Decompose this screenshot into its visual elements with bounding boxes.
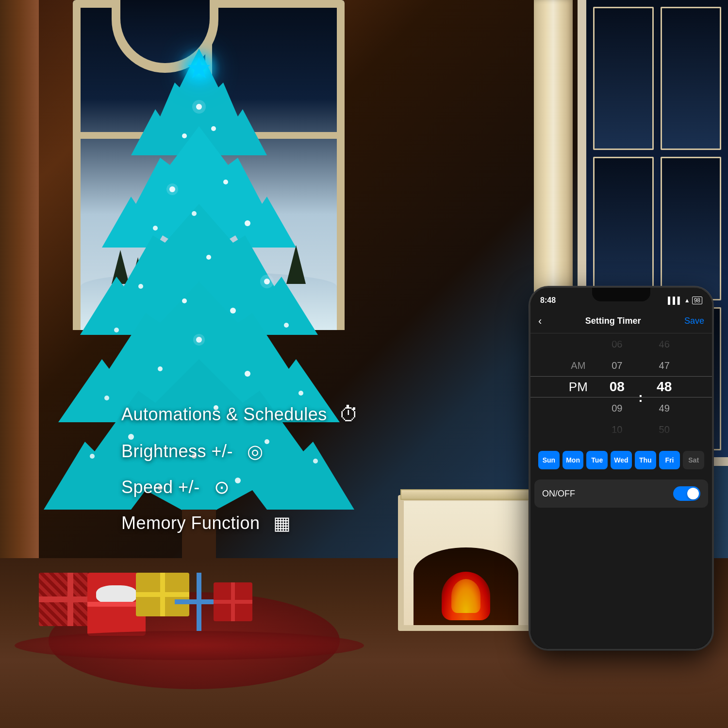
- feature-memory-text: Memory Function: [121, 513, 260, 533]
- ampm-empty2: [559, 397, 597, 419]
- feature-brightness: Brightness +/- ◎: [121, 441, 361, 462]
- feature-speed-text: Speed +/-: [121, 477, 200, 497]
- day-tue[interactable]: Tue: [586, 451, 608, 469]
- save-button[interactable]: Save: [684, 316, 704, 326]
- day-selector: Sun Mon Tue Wed Thu Fri Sat: [530, 443, 712, 477]
- svg-point-14: [206, 255, 211, 260]
- phone-mockup: 8:48 ▌▌▌ ▲ 98 ‹ Setting Timer Save: [529, 286, 713, 650]
- feature-automations-icon: ⏱: [337, 403, 361, 426]
- svg-point-37: [193, 334, 205, 346]
- min-48[interactable]: 48: [645, 376, 684, 397]
- svg-point-7: [182, 133, 187, 138]
- phone-screen: 8:48 ▌▌▌ ▲ 98 ‹ Setting Timer Save: [530, 288, 712, 649]
- svg-point-18: [230, 308, 236, 314]
- feature-memory-icon: ▦: [270, 513, 294, 534]
- feature-brightness-icon: ◎: [243, 441, 267, 462]
- svg-point-25: [298, 391, 303, 396]
- background-scene: ★: [0, 0, 728, 728]
- status-icons: ▌▌▌ ▲ 98: [668, 297, 702, 304]
- toggle-label: ON/OFF: [542, 489, 575, 499]
- tree-star: ★: [180, 49, 218, 87]
- svg-point-19: [114, 328, 119, 332]
- svg-point-36: [260, 275, 274, 288]
- wifi-icon: ▲: [684, 297, 690, 304]
- svg-point-31: [90, 454, 95, 459]
- timer-picker[interactable]: AM PM 06 07 08 09 10 11: [530, 333, 712, 440]
- time-separator: :: [636, 390, 645, 405]
- svg-point-17: [182, 298, 187, 303]
- ampm-empty3: [559, 419, 597, 440]
- min-46[interactable]: 46: [645, 333, 684, 355]
- hours-column[interactable]: 06 07 08 09 10 11: [597, 333, 636, 440]
- hour-10[interactable]: 10: [597, 419, 636, 440]
- ampm-am[interactable]: AM: [559, 355, 597, 376]
- day-sun[interactable]: Sun: [538, 451, 560, 469]
- day-buttons: Sun Mon Tue Wed Thu Fri Sat: [538, 451, 704, 469]
- status-time: 8:48: [540, 296, 556, 305]
- fire: [442, 572, 490, 620]
- phone-frame: 8:48 ▌▌▌ ▲ 98 ‹ Setting Timer Save: [529, 286, 713, 650]
- toggle-knob: [687, 488, 699, 499]
- fireplace: [398, 495, 534, 631]
- star-shape: ★: [186, 51, 212, 85]
- fireplace-opening: [414, 547, 518, 625]
- svg-point-10: [223, 180, 228, 184]
- svg-point-34: [192, 100, 206, 114]
- minutes-column[interactable]: 46 47 48 49 50 51: [645, 333, 684, 440]
- gifts-container: [24, 524, 354, 645]
- feature-automations-text: Automations & Schedules: [121, 404, 327, 425]
- day-mon[interactable]: Mon: [563, 451, 584, 469]
- battery-icon: 98: [692, 297, 702, 304]
- ampm-column[interactable]: AM PM: [559, 333, 597, 440]
- hour-07[interactable]: 07: [597, 355, 636, 376]
- gift-5: [214, 582, 252, 621]
- ampm-pm[interactable]: PM: [559, 376, 597, 397]
- feature-brightness-text: Brightness +/-: [121, 441, 233, 462]
- phone-notch: [592, 288, 650, 301]
- toggle-section: ON/OFF: [534, 480, 708, 508]
- back-button[interactable]: ‹: [538, 315, 542, 328]
- feature-speed-icon: ⊙: [210, 477, 234, 498]
- svg-point-20: [284, 323, 289, 328]
- svg-point-8: [211, 126, 216, 131]
- header-title: Setting Timer: [585, 316, 641, 326]
- svg-point-16: [138, 284, 143, 289]
- min-47[interactable]: 47: [645, 355, 684, 376]
- day-thu[interactable]: Thu: [635, 451, 656, 469]
- svg-point-22: [158, 366, 163, 371]
- feature-memory: Memory Function ▦: [121, 513, 361, 534]
- hour-06[interactable]: 06: [597, 333, 636, 355]
- feature-automations: Automations & Schedules ⏱: [121, 403, 361, 426]
- hour-08[interactable]: 08: [597, 376, 636, 397]
- day-wed[interactable]: Wed: [611, 451, 632, 469]
- svg-point-35: [166, 183, 178, 195]
- hour-09[interactable]: 09: [597, 397, 636, 419]
- svg-point-24: [104, 396, 109, 400]
- min-50[interactable]: 50: [645, 419, 684, 440]
- svg-point-13: [153, 226, 158, 231]
- rug-under-gifts: [15, 631, 364, 660]
- day-sat[interactable]: Sat: [683, 451, 704, 469]
- feature-speed: Speed +/- ⊙: [121, 477, 361, 498]
- ampm-item-empty: [559, 333, 597, 355]
- toggle-switch[interactable]: [673, 486, 700, 501]
- app-header: ‹ Setting Timer Save: [530, 309, 712, 333]
- svg-point-11: [192, 211, 197, 216]
- day-fri[interactable]: Fri: [659, 451, 680, 469]
- fire-inner: [451, 579, 480, 613]
- features-overlay: Automations & Schedules ⏱ Brightness +/-…: [121, 403, 361, 534]
- min-49[interactable]: 49: [645, 397, 684, 419]
- signal-icon: ▌▌▌: [668, 297, 682, 304]
- svg-point-12: [245, 220, 250, 226]
- svg-point-23: [245, 371, 250, 377]
